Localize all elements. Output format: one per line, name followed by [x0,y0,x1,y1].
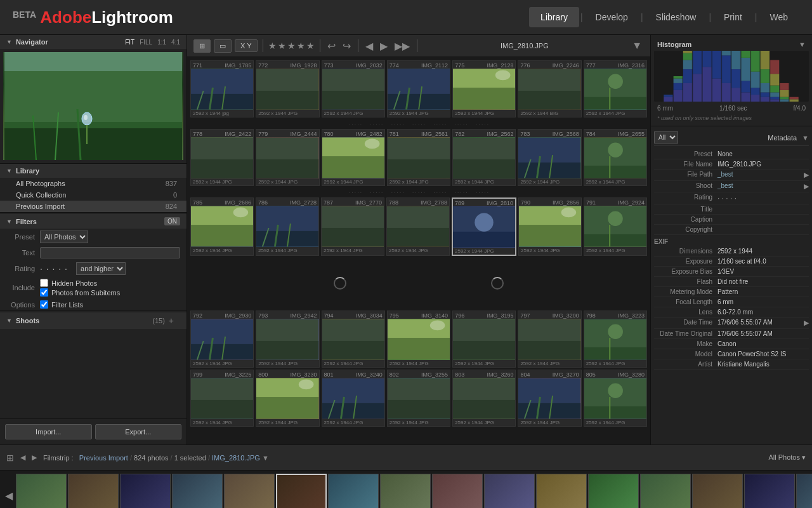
filepath-arrow[interactable]: ▶ [804,171,809,179]
film-thumb-15[interactable] [796,474,812,509]
photo-cell-784[interactable]: 784IMG_26552592 x 1944 JPG [584,129,647,186]
photo-cell-777[interactable]: 777IMG_23162592 x 1944 JPG [584,60,647,117]
next-button[interactable]: ▶▶ [393,40,412,52]
library-item-quick-collection[interactable]: Quick Collection 0 [0,189,187,201]
nav-develop[interactable]: Develop [584,7,639,27]
nav-library[interactable]: Library [529,7,579,27]
film-thumb-6[interactable] [328,474,379,509]
hidden-photos-cb[interactable] [40,279,48,287]
nav-opt-fill[interactable]: FILL [140,39,152,46]
photo-cell-785[interactable]: 785IMG_26862592 x 1944 JPG [190,197,254,256]
library-item-previous-import[interactable]: Previous Import 824 [0,201,187,212]
photo-cell-794[interactable]: 794IMG_30342592 x 1944 JPG [322,311,385,368]
photo-cell-773[interactable]: 773IMG_20322592 x 1944 JPG [322,60,385,117]
filter-lists-cb[interactable] [40,300,48,309]
photo-cell-801[interactable]: 801IMG_32402592 x 1944 JPG [322,370,385,427]
photo-cell-799[interactable]: 799IMG_32252592 x 1944 JPG [190,370,254,427]
star-2[interactable]: ★ [278,41,286,51]
grid-icon-small[interactable]: ⊞ [6,453,14,463]
photo-cell-779[interactable]: 779IMG_24442592 x 1944 JPG [256,129,319,186]
film-thumb-9[interactable] [484,474,535,509]
play-button[interactable]: ▶ [378,40,390,52]
photo-cell-803[interactable]: 803IMG_32602592 x 1944 JPG [452,370,516,427]
all-photos-link[interactable]: All Photos ▾ [768,453,806,462]
photo-cell-772[interactable]: 772IMG_19282592 x 1944 JPG [256,60,319,117]
film-thumb-1[interactable] [68,474,119,509]
photo-cell-793[interactable]: 793IMG_29422592 x 1944 JPG [256,311,319,368]
photo-cell-798[interactable]: 798IMG_32232592 x 1944 JPG [584,311,647,368]
shoots-header[interactable]: ▼ Shoots (15) + [0,312,187,329]
photo-cell-782[interactable]: 782IMG_25622592 x 1944 JPG [452,129,516,186]
nav-web[interactable]: Web [758,7,799,27]
histogram-menu[interactable]: ▼ [799,41,806,48]
metadata-scope-select[interactable]: All [654,131,678,144]
text-input[interactable] [40,247,180,258]
photo-cell-780[interactable]: 780IMG_24822592 x 1944 JPG [322,129,385,186]
film-thumb-8[interactable] [432,474,483,509]
photo-cell-789[interactable]: 789IMG_28102592 x 1944 JPG [452,197,516,256]
star-3[interactable]: ★ [287,41,296,51]
prev-button[interactable]: ◀ [363,40,375,52]
filmstrip-dropdown[interactable]: ▼ [262,454,269,462]
import-button[interactable]: Import... [5,424,92,439]
redo-button[interactable]: ↪ [341,40,353,52]
shoot-arrow[interactable]: ▶ [804,182,809,190]
nav-opt-fit[interactable]: FIT [125,39,134,46]
photo-cell-788[interactable]: 788IMG_27882592 x 1944 JPG [386,197,450,256]
nav-opt-4to1[interactable]: 4:1 [171,39,180,46]
film-thumb-11[interactable] [588,474,639,509]
filters-header[interactable]: ▼ Filters ON [0,214,187,229]
photo-cell-791[interactable]: 791IMG_29242592 x 1944 JPG [584,197,647,256]
filmstrip-filename[interactable]: IMG_2810.JPG [212,454,260,462]
photos-subitems-cb[interactable] [40,288,48,297]
xy-button[interactable]: X Y [235,39,258,52]
filmstrip-path[interactable]: Previous Import [79,454,128,462]
star-5[interactable]: ★ [306,41,315,51]
film-thumb-3[interactable] [172,474,223,509]
film-thumb-13[interactable] [692,474,743,509]
filmstrip-prev[interactable]: ◀ [20,453,25,462]
library-item-all-photos[interactable]: All Photographs 837 [0,178,187,189]
photo-cell-786[interactable]: 786IMG_27282592 x 1944 JPG [256,197,319,256]
shoot-val[interactable]: _best [717,182,802,189]
photo-cell-781[interactable]: 781IMG_25612592 x 1944 JPG [387,129,450,186]
shoots-add-button[interactable]: + [169,316,180,326]
film-thumb-7[interactable] [380,474,431,509]
metadata-menu[interactable]: ▼ [802,134,809,142]
nav-print[interactable]: Print [712,7,754,27]
photo-cell-774[interactable]: 774IMG_21122592 x 1944 JPG [387,60,450,117]
filename-dropdown[interactable]: ▼ [630,40,644,51]
film-thumb-14[interactable] [744,474,795,509]
film-thumb-12[interactable] [640,474,691,509]
and-higher-select[interactable]: and higher [76,262,126,275]
undo-button[interactable]: ↩ [325,40,337,52]
nav-opt-1to1[interactable]: 1:1 [157,39,166,46]
nav-slideshow[interactable]: Slideshow [645,7,708,27]
photo-cell-778[interactable]: 778IMG_24222592 x 1944 JPG [190,129,254,186]
photo-cell-787[interactable]: 787IMG_27702592 x 1944 JPG [321,197,384,256]
photo-cell-796[interactable]: 796IMG_31952592 x 1944 JPG [452,311,516,368]
photo-cell-800[interactable]: 800IMG_32302592 x 1944 JPG [256,370,319,427]
photo-cell-776[interactable]: 776IMG_22462592 x 1944 BIG [518,60,581,117]
film-thumb-2[interactable] [120,474,171,509]
photo-cell-771[interactable]: 771IMG_17852592 x 1944 jpg [190,60,254,117]
photo-cell-804[interactable]: 804IMG_32702592 x 1944 JPG [518,370,581,427]
photo-cell-805[interactable]: 805IMG_32802592 x 1944 JPG [584,370,647,427]
photo-cell-802[interactable]: 802IMG_32552592 x 1944 JPG [387,370,450,427]
date-arrow[interactable]: ▶ [804,319,809,327]
photo-cell-792[interactable]: 792IMG_29302592 x 1944 JPG [190,311,254,368]
film-thumb-4[interactable] [224,474,275,509]
filepath-val[interactable]: _best [717,171,802,178]
export-button[interactable]: Export... [95,424,182,439]
star-4[interactable]: ★ [297,41,305,51]
library-header[interactable]: ▼ Library [0,164,187,178]
photo-cell-795[interactable]: 795IMG_31402592 x 1944 JPG [387,311,450,368]
star-1[interactable]: ★ [268,41,277,51]
photo-cell-790[interactable]: 790IMG_28562592 x 1944 JPG [518,197,582,256]
filmstrip-next[interactable]: ▶ [32,453,37,462]
navigator-header[interactable]: ▼ Navigator FIT FILL 1:1 4:1 [0,35,187,49]
film-thumb-0[interactable] [16,474,67,509]
film-thumb-5[interactable] [276,474,327,509]
photo-cell-775[interactable]: 775IMG_21282592 x 1944 JPG [452,60,516,117]
preset-select[interactable]: All Photos [40,231,88,243]
